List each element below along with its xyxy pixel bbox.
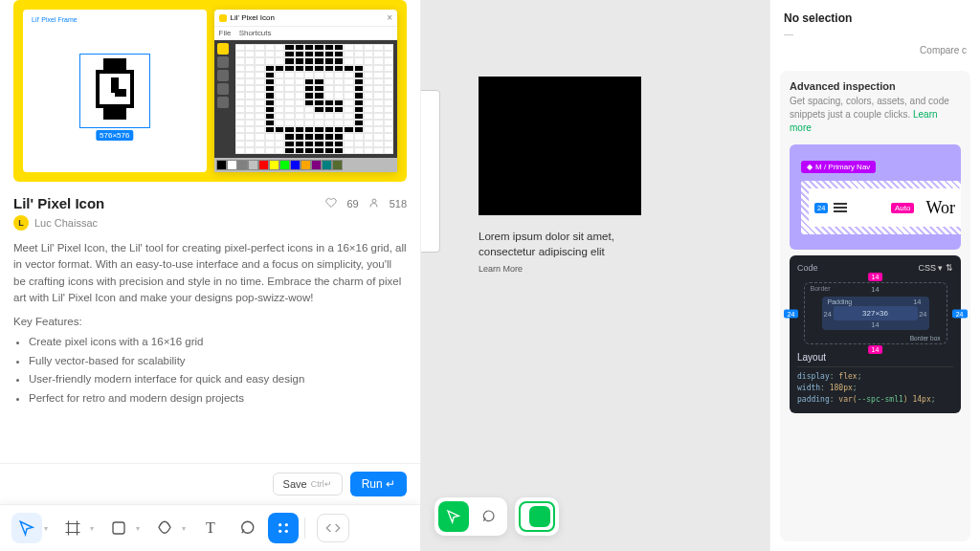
save-button[interactable]: Save Ctrl↵ (273, 473, 343, 496)
like-count: 69 (346, 198, 358, 209)
heart-icon[interactable] (325, 197, 337, 210)
move-tool[interactable] (11, 513, 42, 543)
pen-tool[interactable] (149, 513, 180, 543)
svg-point-6 (372, 199, 376, 203)
card-desc: Get spacing, colors, assets, and code sn… (790, 95, 961, 135)
code-lang[interactable]: CSS ▾ ⇅ (918, 263, 953, 273)
canvas-toolbar (434, 497, 559, 536)
selection-dash: — (784, 29, 967, 39)
learn-more-text[interactable]: Learn More (479, 263, 660, 276)
author-name[interactable]: Luc Chaissac (34, 217, 98, 229)
auto-badge: Auto (891, 203, 914, 213)
plugin-title: Lil' Pixel Icon (13, 195, 325, 211)
chevron-down-icon[interactable]: ▾ (90, 524, 94, 533)
user-count: 518 (390, 198, 407, 209)
dev-mode-toggle[interactable] (317, 514, 349, 542)
run-button[interactable]: Run ↵ (350, 472, 407, 496)
selection-title: No selection (784, 11, 967, 25)
pixel-grid[interactable] (235, 44, 394, 154)
dev-mode-switch[interactable] (519, 501, 555, 532)
chevron-down-icon[interactable]: ▾ (44, 524, 48, 533)
layer-caption[interactable]: Lorem ipsum dolor sit amet, consectetur … (479, 229, 660, 276)
svg-point-8 (278, 523, 281, 526)
logo-text-fragment: Wor (925, 198, 955, 218)
actions-tool[interactable] (268, 513, 299, 543)
editor-title: Lil' Pixel Icon (231, 13, 275, 22)
rectangle-tool[interactable] (103, 513, 134, 543)
design-canvas[interactable]: Lorem ipsum dolor sit amet, consectetur … (421, 0, 769, 551)
action-row: Save Ctrl↵ Run ↵ (0, 463, 420, 504)
svg-point-9 (285, 523, 288, 526)
text-tool[interactable]: T (195, 513, 226, 543)
users-icon (368, 197, 380, 210)
spacing-badge-left: 24 (814, 203, 828, 213)
size-badge: 576×576 (96, 130, 133, 141)
comment-tool[interactable] (232, 513, 262, 543)
design-toolbar: ▾ ▾ ▾ ▾ T (0, 504, 420, 551)
inspect-preview: ◆ M / Primary Nav 24 Auto Wor (790, 144, 961, 250)
css-code[interactable]: display: flex; width: 180px; padding: va… (797, 366, 953, 406)
author-avatar[interactable]: L (13, 215, 29, 231)
partial-frame[interactable] (421, 90, 440, 253)
editor-menu[interactable]: File Shortcuts (214, 27, 398, 40)
svg-rect-1 (103, 108, 126, 120)
svg-rect-0 (103, 58, 126, 70)
chevron-down-icon[interactable]: ▾ (182, 524, 186, 533)
component-tag: ◆ M / Primary Nav (801, 161, 876, 173)
inspector-panel: No selection — Compare c Advanced inspec… (769, 0, 980, 551)
close-icon[interactable]: × (387, 12, 392, 23)
hamburger-icon (834, 203, 847, 212)
code-panel: Code CSS ▾ ⇅ 14 Border 14 24 24 Padding … (790, 255, 961, 413)
features-list: Create pixel icons with a 16×16 grid Ful… (29, 333, 407, 408)
watch-pixel-icon (84, 58, 145, 120)
plugin-hero: Lil' Pixel Frame 576×576 (13, 0, 407, 182)
svg-point-11 (285, 530, 288, 533)
color-palette[interactable] (214, 158, 398, 172)
svg-point-10 (278, 530, 281, 533)
frame-label: Lil' Pixel Frame (29, 15, 80, 24)
code-tab[interactable]: Code (797, 263, 818, 273)
annotate-tool[interactable] (473, 501, 503, 532)
card-title: Advanced inspection (790, 80, 961, 92)
selected-layer[interactable]: 576×576 (79, 54, 150, 128)
app-icon (219, 14, 227, 22)
chevron-down-icon[interactable]: ▾ (136, 524, 140, 533)
svg-rect-7 (113, 522, 124, 534)
image-placeholder[interactable] (479, 77, 641, 215)
editor-tool-strip[interactable] (214, 40, 232, 158)
save-shortcut: Ctrl↵ (311, 479, 332, 489)
pixel-editor-window: Lil' Pixel Icon × File Shortcuts (214, 10, 398, 172)
plugin-description: Meet Lil' Pixel Icon, the Lil' tool for … (13, 240, 407, 306)
plugin-panel: Lil' Pixel Frame 576×576 (0, 0, 421, 551)
inspect-tool[interactable] (438, 501, 469, 532)
box-model-diagram: 14 Border 14 24 24 Padding 14 24 24 327×… (804, 282, 947, 344)
compare-link[interactable]: Compare c (784, 45, 967, 55)
svg-rect-5 (115, 89, 126, 97)
frame-tool[interactable] (57, 513, 88, 543)
inspection-card: Advanced inspection Get spacing, colors,… (780, 71, 970, 541)
features-heading: Key Features: (13, 316, 407, 327)
preview-frame[interactable]: Lil' Pixel Frame 576×576 (23, 10, 207, 172)
